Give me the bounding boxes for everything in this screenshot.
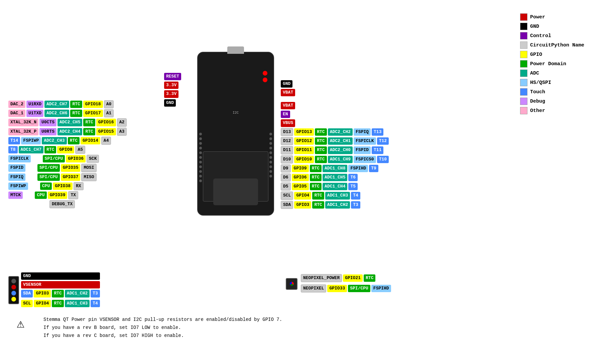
fspics0-d10: FSPICS0 [354,156,376,163]
t5: T5 [348,183,358,190]
gpio38: GPIO38 [53,183,73,190]
board-chip [213,178,258,205]
gpio9: GPIO9 [292,165,309,172]
rtc-a4: RTC [68,137,80,144]
gpio16: GPIO16 [96,119,116,126]
fspiwp-a4: FSPIWP [21,137,41,144]
right-pin-rows: D13 GPIO13 RTC ADC2_CH2 FSPIQ T13 D12 GP… [281,128,389,210]
adc1ch8: ADC1_CH8 [323,165,347,172]
adc1ch2: ADC1_CH2 [325,201,350,209]
mosi-label: MOSI [81,164,96,172]
fspid-d11: FSPID [354,146,371,154]
led-red2 [263,78,267,82]
legend-adc-label: ADC [530,71,539,76]
adc2ch0: ADC2_CH0 [328,146,353,154]
stemma-pin-yellow [11,297,16,301]
legend-pd-label: Power Domain [530,61,566,67]
rtc-d10: RTC [315,156,327,163]
legend-control-label: Control [530,33,551,39]
legend-pd-color [520,60,527,68]
legend-control-color [520,32,527,39]
d9-label: D9 [281,164,291,172]
note-section: Stemma QT Power pin VSENSOR and I2C pull… [43,316,282,340]
right-pinholes [269,133,272,177]
gnd-tr-pin: GND [281,80,292,88]
stemma-gnd: GND [21,272,100,280]
legend-hsqspi-label: HS/QSPI [530,80,551,86]
xtal32kn: XTAL_32K_N [8,119,38,126]
stemma-t4: T4 [91,300,100,307]
legend-gnd-color [520,23,527,30]
gpio4: GPIO4 [294,192,311,199]
neo-gpio33: GPIO33 [327,285,347,292]
gpio10: GPIO10 [294,156,314,163]
a5-label: A5 [75,146,85,154]
t6: T6 [348,174,358,181]
t9: T9 [369,165,378,172]
debug-tx-label: DEBUG_TX [49,200,75,208]
rtc-sda: RTC [312,201,324,209]
stemma-vsensor: VSENSOR [21,281,100,288]
stemma-gpio4: GPIO4 [34,300,51,307]
neo-spicpu: SPI/CPU [348,285,370,292]
mtck: MTCK [8,192,23,199]
en-pin: EN [281,111,290,118]
gnd-top-pin: GND [164,99,176,107]
stemma-pin-blue [11,291,16,295]
u1txd: U1TXD [26,110,43,117]
miso-label: MISO [81,173,96,181]
neo-gpio21: GPIO21 [343,274,363,282]
note-line1: Stemma QT Power pin VSENSOR and I2C pull… [43,316,282,324]
rx-label: RX [74,182,84,190]
right-special-pins: VBAT EN VBUS [281,102,295,127]
adc1ch5: ADC1_CH5 [323,174,347,181]
u0rts: U0RTS [39,128,56,135]
stemma-qt-section: GND VSENSOR SDA GPIO3 RTC ADC1_CH2 T3 SC… [8,272,100,308]
led-red [263,71,267,76]
neopixel-power-label: NEOPIXEL_POWER [301,274,342,282]
u0cts: U0CTS [39,119,56,126]
33v-pin-1: 3.3V [164,82,178,89]
t13: T13 [372,128,383,136]
adc2ch5: ADC2_CH5 [57,119,82,126]
gpio13: GPIO13 [294,128,314,136]
gpio11: GPIO11 [294,146,314,154]
adc2ch7: ADC2_CH7 [44,101,69,108]
gpio8: GPIO8 [57,146,74,153]
legend-other-label: Other [530,108,545,114]
dac2: DAC_2 [8,101,25,108]
neopixel-label: NEOPIXEL [301,284,326,292]
scl-right-label: SCL [281,192,293,200]
u1rxd: U1RXD [26,101,43,108]
adc1ch7: ADC1_CH7 [19,146,43,153]
rtc-scl: RTC [312,192,324,199]
legend-gpio-label: GPIO [530,52,542,57]
rtc-d5: RTC [310,183,322,190]
adc1ch4: ADC1_CH4 [323,183,347,190]
stemma-pin-gnd [11,279,16,283]
a3-label: A3 [117,128,127,136]
t8: T8 [8,146,18,153]
fspiclk-d12: FSPICLK [354,137,376,145]
neo-fspihd: FSPIHD [371,285,391,292]
rtc-d12: RTC [315,137,327,145]
stemma-rtc-sda: RTC [52,290,64,297]
d13-label: D13 [281,128,293,136]
vbus-pin: VBUS [281,119,295,127]
legend-touch-label: Touch [530,89,545,95]
left-pinholes [199,133,202,182]
adc2ch4: ADC2_CH4 [57,128,82,135]
adc2ch6: ADC2_CH6 [44,110,69,117]
gpio15: GPIO15 [96,128,116,135]
stemma-rtc-scl: RTC [52,300,64,307]
d11-label: D11 [281,146,293,154]
rtc-d13: RTC [315,128,327,136]
d10-label: D10 [281,155,293,163]
rtc-a3: RTC [83,128,95,135]
33v-pin-2: 3.3V [164,90,178,98]
sda-right-label: SDA [281,201,293,209]
legend-power-label: Power [530,14,545,20]
a4-label: A4 [101,137,111,145]
t4: T4 [351,192,360,199]
legend-cp-label: CircuitPython Name [530,42,584,48]
